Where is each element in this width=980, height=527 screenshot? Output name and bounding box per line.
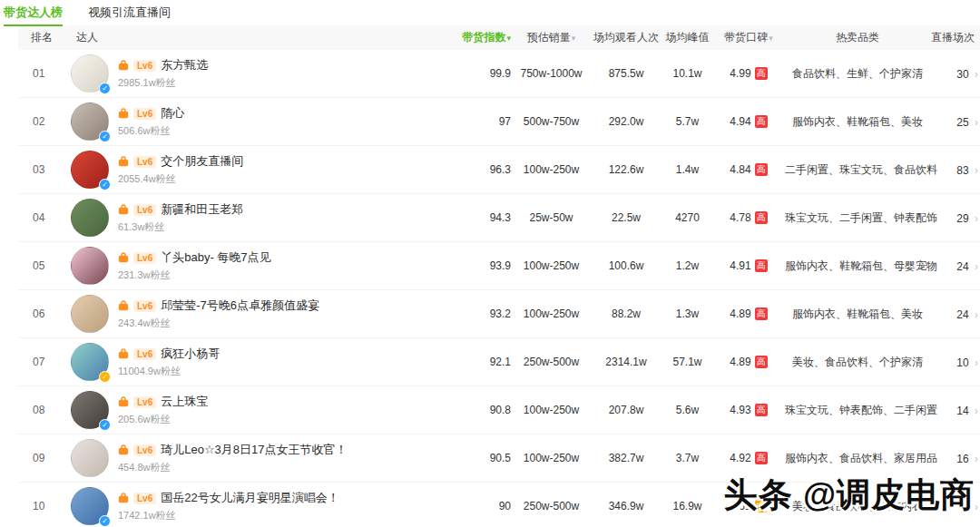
tab-video-traffic-liverooms[interactable]: 视频引流直播间 <box>88 6 171 24</box>
influencer-name[interactable]: 邱莹莹-7号晚6点卓雅颜值盛宴 <box>161 298 319 314</box>
sort-caret-icon[interactable]: ▾ <box>572 34 576 43</box>
live-sessions-cell[interactable]: 83› <box>930 163 980 177</box>
influencer-cell[interactable]: ✓ Lv6 邱莹莹-7号晚6点卓雅颜值盛宴 243.4w粉丝 <box>64 295 445 333</box>
chevron-right-icon[interactable]: › <box>975 356 978 369</box>
column-header-sales-index[interactable]: 带货指数▾ <box>445 30 513 45</box>
fans-count: 2985.1w粉丝 <box>118 76 208 90</box>
table-row[interactable]: 04 ✓ Lv6 新疆和田玉老郑 61.3w粉丝 <box>18 194 980 242</box>
table-row[interactable]: 05 ✓ Lv6 丫头baby- 每晚7点见 231.3w粉丝 <box>18 242 980 290</box>
table-row[interactable]: 02 ✓ Lv6 隋心 506.6w粉丝 <box>18 98 980 146</box>
sort-caret-icon[interactable]: ▾ <box>506 34 511 43</box>
live-sessions-cell[interactable]: 25› <box>930 115 980 129</box>
influencer-name[interactable]: 云上珠宝 <box>161 394 208 410</box>
influencer-cell[interactable]: ✓ Lv6 新疆和田玉老郑 61.3w粉丝 <box>64 199 445 237</box>
estimated-sales-value: 25w-50w <box>513 211 590 224</box>
live-sessions-cell[interactable]: 16› <box>930 452 980 465</box>
influencer-name[interactable]: 丫头baby- 每晚7点见 <box>161 249 270 266</box>
live-sessions-value: 24 <box>956 308 968 321</box>
influencer-name[interactable]: 隋心 <box>161 105 184 122</box>
table-row[interactable]: 03 ✓ Lv6 交个朋友直播间 2055.4w粉丝 <box>18 146 980 194</box>
chevron-right-icon[interactable]: › <box>975 404 978 417</box>
chevron-right-icon[interactable]: › <box>975 307 978 321</box>
table-row[interactable]: 01 ✓ Lv6 东方甄选 2985.1w粉丝 <box>18 50 980 98</box>
influencer-cell[interactable]: ✓ Lv6 东方甄选 2985.1w粉丝 <box>64 54 445 93</box>
reputation-score: 4.89 <box>730 307 750 320</box>
level-bag-icon <box>118 204 129 215</box>
influencer-cell[interactable]: ✓ Lv6 丫头baby- 每晚7点见 231.3w粉丝 <box>64 247 445 285</box>
influencer-name[interactable]: 东方甄选 <box>161 57 208 73</box>
reputation-cell: 4.99 高 <box>712 67 785 80</box>
live-sessions-cell[interactable]: 29› <box>930 211 980 225</box>
hot-categories: 珠宝文玩、二手闲置、钟表配饰 <box>785 210 930 226</box>
level-badge: Lv6 <box>133 396 156 408</box>
level-bag-icon <box>118 156 129 167</box>
avatar-wrap: ✓ <box>71 247 109 285</box>
influencer-cell[interactable]: ✓ Lv6 琦儿Leo☆3月8日17点女王节收官！ 454.8w粉丝 <box>64 439 445 477</box>
avatar[interactable] <box>71 439 109 477</box>
avatar-wrap: ✓ <box>71 199 109 237</box>
reputation-score: 4.99 <box>730 67 750 80</box>
chevron-right-icon[interactable]: › <box>975 500 978 513</box>
level-badge: Lv6 <box>133 252 156 264</box>
reputation-level-badge: 高 <box>755 356 768 368</box>
avatar[interactable] <box>71 295 109 333</box>
avg-peak-value: 3.7w <box>662 452 712 464</box>
influencer-name[interactable]: 琦儿Leo☆3月8日17点女王节收官！ <box>161 442 347 458</box>
influencer-name[interactable]: 疯狂小杨哥 <box>161 346 220 362</box>
level-badge: Lv6 <box>133 60 156 72</box>
avg-viewers-value: 207.8w <box>590 404 662 416</box>
avatar-wrap: ✓ <box>71 487 109 525</box>
avg-peak-value: 16.9w <box>662 500 712 512</box>
influencer-name[interactable]: 国岳22号女儿满月宴明星演唱会！ <box>161 490 338 506</box>
reputation-cell: 4.91 高 <box>712 259 785 272</box>
chevron-right-icon[interactable]: › <box>975 163 978 177</box>
column-header-reputation[interactable]: 带货口碑▾ <box>712 30 785 45</box>
live-sessions-cell[interactable]: 14› <box>930 404 980 417</box>
avg-viewers-value: 122.6w <box>590 163 662 176</box>
table-row[interactable]: 08 ✓ Lv6 云上珠宝 205.6w粉丝 <box>18 386 980 434</box>
tab-sales-influencer-ranking[interactable]: 带货达人榜 <box>4 6 63 26</box>
hot-categories: 服饰内衣、鞋靴箱包、美妆 <box>785 307 930 322</box>
rank-number: 07 <box>18 356 64 368</box>
reputation-cell: 4.78 高 <box>712 211 785 224</box>
reputation-cell: 4.92 高 <box>712 452 785 464</box>
chevron-right-icon[interactable]: › <box>975 259 978 273</box>
avatar-wrap: ✓ <box>71 102 109 141</box>
hot-categories: 二手闲置、珠宝文玩、食品饮料 <box>785 162 930 178</box>
avg-viewers-value: 292.0w <box>590 115 662 128</box>
influencer-cell[interactable]: ✓ Lv6 隋心 506.6w粉丝 <box>64 102 445 141</box>
reputation-level-badge: 高 <box>755 211 768 224</box>
chevron-right-icon[interactable]: › <box>975 115 978 129</box>
avatar[interactable] <box>71 199 109 237</box>
influencer-cell[interactable]: ✓ Lv6 云上珠宝 205.6w粉丝 <box>64 391 445 429</box>
live-sessions-cell[interactable]: 30› <box>930 67 980 81</box>
fans-count: 61.3w粉丝 <box>118 220 243 234</box>
avatar[interactable] <box>71 247 109 285</box>
influencer-name[interactable]: 新疆和田玉老郑 <box>161 201 243 218</box>
avatar-wrap: ✓ <box>71 391 109 429</box>
avg-viewers-value: 382.7w <box>590 452 662 464</box>
chevron-right-icon[interactable]: › <box>975 67 978 81</box>
avatar-wrap: ✓ <box>71 295 109 333</box>
fans-count: 2055.4w粉丝 <box>118 172 243 186</box>
reputation-level-badge: 高 <box>755 115 768 128</box>
live-sessions-value: 16 <box>956 453 968 465</box>
live-sessions-cell[interactable]: 24› <box>930 259 980 273</box>
influencer-cell[interactable]: ✓ Lv6 交个朋友直播间 2055.4w粉丝 <box>64 151 445 189</box>
avg-viewers-value: 88.2w <box>590 307 662 320</box>
table-row[interactable]: 07 ✓ Lv6 疯狂小杨哥 11004.9w粉丝 <box>18 338 980 386</box>
column-header-estimated-sales[interactable]: 预估销量▾ <box>513 30 590 45</box>
live-sessions-cell[interactable]: 24› <box>930 307 980 321</box>
avatar-wrap: ✓ <box>71 54 109 93</box>
reputation-score: 4.78 <box>730 211 750 224</box>
live-sessions-cell[interactable]: 10› <box>930 356 980 369</box>
chevron-right-icon[interactable]: › <box>975 452 978 465</box>
sort-caret-icon[interactable]: ▾ <box>769 34 773 43</box>
influencer-cell[interactable]: ✓ Lv6 国岳22号女儿满月宴明星演唱会！ 1742.1w粉丝 <box>64 487 445 525</box>
column-header-rank: 排名 <box>18 30 64 45</box>
fans-count: 243.4w粉丝 <box>118 317 319 330</box>
table-row[interactable]: 06 ✓ Lv6 邱莹莹-7号晚6点卓雅颜值盛宴 243.4w粉丝 <box>18 290 980 338</box>
influencer-cell[interactable]: ✓ Lv6 疯狂小杨哥 11004.9w粉丝 <box>64 343 445 381</box>
influencer-name[interactable]: 交个朋友直播间 <box>161 153 243 170</box>
chevron-right-icon[interactable]: › <box>975 211 978 225</box>
